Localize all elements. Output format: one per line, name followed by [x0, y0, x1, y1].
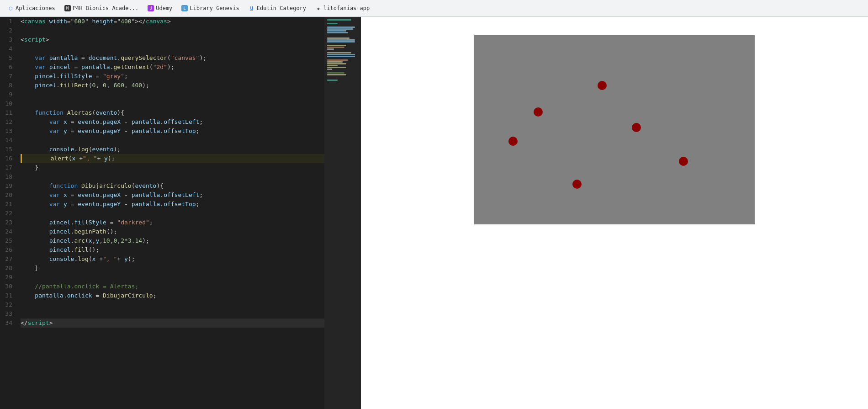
code-line-22 [21, 209, 324, 218]
dot-5 [679, 157, 688, 166]
code-line-20: var x = evento.pageX - pantalla.offsetLe… [21, 191, 324, 200]
line-num-5: 5 [0, 53, 16, 63]
code-line-2 [21, 26, 324, 35]
line-num-12: 12 [0, 117, 16, 127]
code-line-21: var y = evento.pageY - pantalla.offsetTo… [21, 200, 324, 209]
code-line-4 [21, 44, 324, 53]
aplicaciones-icon: ⬡ [7, 5, 14, 11]
code-line-18 [21, 172, 324, 181]
line-num-26: 26 [0, 245, 16, 255]
line-num-22: 22 [0, 209, 16, 218]
line-num-9: 9 [0, 90, 16, 99]
bookmark-p4h[interactable]: M P4H Bionics Acade... [61, 2, 143, 14]
dot-1 [598, 81, 607, 90]
preview-panel [361, 17, 868, 409]
library-genesis-icon: L [181, 5, 188, 11]
bookmark-edutin-label: Edutin Category [257, 5, 306, 11]
dot-3 [632, 123, 641, 132]
browser-toolbar: ⬡ Aplicaciones M P4H Bionics Acade... U … [0, 0, 868, 17]
bookmark-aplicaciones-label: Aplicaciones [16, 5, 55, 11]
line-num-10: 10 [0, 99, 16, 108]
bookmark-library-genesis-label: Library Genesis [190, 5, 239, 11]
dot-2 [534, 107, 543, 117]
bookmark-udemy-label: Udemy [156, 5, 172, 11]
bookmark-litofanias-label: litofanias app [323, 5, 370, 11]
line-num-33: 33 [0, 309, 16, 319]
line-numbers: 1 2 3 4 5 6 7 8 9 10 11 12 13 14 15 16 1… [0, 17, 21, 409]
code-line-9 [21, 90, 324, 99]
code-line-11: function Alertas(evento){ [21, 108, 324, 117]
edutin-icon: U [249, 5, 255, 11]
code-line-6: var pincel = pantalla.getContext("2d"); [21, 63, 324, 72]
code-line-24: pincel.beginPath(); [21, 227, 324, 236]
code-line-1: <canvas width="600" height="400"></canva… [21, 17, 324, 26]
code-line-15: console.log(evento); [21, 145, 324, 154]
litofanias-icon: ◆ [315, 5, 322, 11]
code-line-29 [21, 273, 324, 282]
bookmark-edutin[interactable]: U Edutin Category [245, 2, 310, 14]
line-num-1: 1 [0, 17, 16, 26]
bookmarks-bar: ⬡ Aplicaciones M P4H Bionics Acade... U … [4, 2, 373, 14]
line-num-3: 3 [0, 35, 16, 44]
code-line-17: } [21, 163, 324, 172]
code-line-32 [21, 300, 324, 309]
code-line-26: pincel.fill(); [21, 245, 324, 255]
code-line-8: pincel.fillRect(0, 0, 600, 400); [21, 81, 324, 90]
minimap-content [324, 17, 361, 409]
p4h-icon: M [64, 5, 71, 11]
code-line-23: pincel.fillStyle = "darkred"; [21, 218, 324, 227]
line-num-19: 19 [0, 181, 16, 191]
code-line-12: var x = evento.pageX - pantalla.offsetLe… [21, 117, 324, 127]
dot-4 [508, 137, 518, 146]
code-line-28: } [21, 264, 324, 273]
bookmark-library-genesis[interactable]: L Library Genesis [178, 2, 243, 14]
line-num-14: 14 [0, 136, 16, 145]
line-num-29: 29 [0, 273, 16, 282]
code-line-16: alert(x +", "+ y); [21, 154, 324, 163]
line-num-8: 8 [0, 81, 16, 90]
line-num-2: 2 [0, 26, 16, 35]
line-num-32: 32 [0, 300, 16, 309]
bookmark-litofanias[interactable]: ◆ litofanias app [312, 2, 373, 14]
line-num-18: 18 [0, 172, 16, 181]
line-num-16: 16 [0, 154, 16, 163]
line-num-17: 17 [0, 163, 16, 172]
udemy-icon: U [148, 5, 154, 11]
code-line-34: </script> [21, 319, 324, 328]
line-num-6: 6 [0, 63, 16, 72]
code-line-14 [21, 136, 324, 145]
dot-6 [572, 180, 582, 189]
bookmark-p4h-label: P4H Bionics Acade... [73, 5, 139, 11]
bookmark-udemy[interactable]: U Udemy [144, 2, 176, 14]
line-num-20: 20 [0, 191, 16, 200]
code-line-33 [21, 309, 324, 319]
line-num-23: 23 [0, 218, 16, 227]
line-num-34: 34 [0, 319, 16, 328]
minimap [324, 17, 361, 409]
code-line-31: pantalla.onclick = DibujarCirculo; [21, 291, 324, 300]
bookmark-aplicaciones[interactable]: ⬡ Aplicaciones [4, 2, 59, 14]
line-num-27: 27 [0, 255, 16, 264]
canvas-preview[interactable] [474, 35, 755, 224]
line-num-31: 31 [0, 291, 16, 300]
code-line-7: pincel.fillStyle = "gray"; [21, 72, 324, 81]
code-lines: <canvas width="600" height="400"></canva… [21, 17, 324, 409]
line-num-24: 24 [0, 227, 16, 236]
line-num-7: 7 [0, 72, 16, 81]
line-num-21: 21 [0, 200, 16, 209]
code-line-27: console.log(x +", "+ y); [21, 255, 324, 264]
code-editor: 1 2 3 4 5 6 7 8 9 10 11 12 13 14 15 16 1… [0, 17, 361, 409]
line-num-15: 15 [0, 145, 16, 154]
code-line-13: var y = evento.pageY - pantalla.offsetTo… [21, 127, 324, 136]
code-line-19: function DibujarCirculo(evento){ [21, 181, 324, 191]
code-line-10 [21, 99, 324, 108]
code-line-25: pincel.arc(x,y,10,0,2*3.14); [21, 236, 324, 245]
code-line-3: <script> [21, 35, 324, 44]
line-num-4: 4 [0, 44, 16, 53]
code-line-30: //pantalla.onclick = Alertas; [21, 282, 324, 291]
code-line-5: var pantalla = document.querySelector("c… [21, 53, 324, 63]
line-num-11: 11 [0, 108, 16, 117]
line-num-25: 25 [0, 236, 16, 245]
line-num-28: 28 [0, 264, 16, 273]
main-content: 1 2 3 4 5 6 7 8 9 10 11 12 13 14 15 16 1… [0, 17, 868, 409]
